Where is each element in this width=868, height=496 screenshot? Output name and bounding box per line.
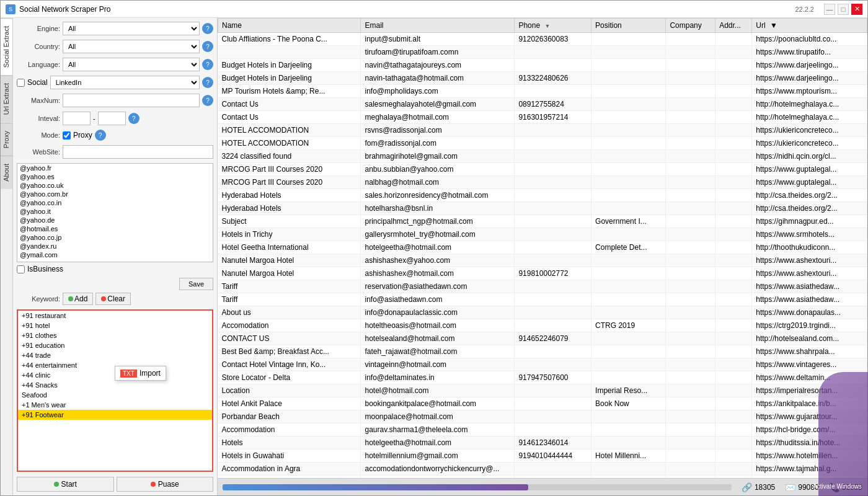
table-container[interactable]: Name Email Phone ▼ Position Company Addr… (218, 18, 867, 478)
social-help-button[interactable]: ? (202, 77, 213, 88)
table-row[interactable]: Accomodationhoteltheoasis@hotmail.comCTR… (218, 319, 867, 332)
table-row[interactable]: tirufoam@tirupatifoam.comnhttps://www.ti… (218, 46, 867, 59)
start-button[interactable]: Start (17, 477, 114, 492)
maxnum-help-button[interactable]: ? (202, 95, 213, 106)
keyword-item[interactable]: +44 Snacks (18, 380, 212, 390)
engine-help-button[interactable]: ? (202, 23, 213, 34)
email-domain-item[interactable]: @yahoo.co.jp (17, 233, 213, 242)
country-help-button[interactable]: ? (202, 41, 213, 52)
table-row[interactable]: HOTEL ACCOMODATIONfom@radissonjal.comhtt… (218, 137, 867, 150)
is-business-checkbox[interactable] (17, 265, 25, 273)
keyword-item[interactable]: +91 restaurant (18, 311, 212, 321)
website-input[interactable] (63, 145, 213, 159)
cell-company (666, 410, 715, 423)
table-row[interactable]: 3224 classified foundbrahmagirihotel@gma… (218, 150, 867, 163)
col-company[interactable]: Company (666, 19, 715, 33)
email-domain-item[interactable]: @yahoo.com.br (17, 190, 213, 198)
minimize-button[interactable]: — (824, 4, 835, 15)
interval-to-input[interactable]: 20 (98, 112, 126, 125)
email-domain-item[interactable]: @ymail.com (17, 250, 213, 259)
col-phone[interactable]: Phone ▼ (515, 19, 591, 33)
maxnum-input[interactable]: 500000 (63, 94, 200, 107)
email-domain-item[interactable]: @yahoo.co.uk (17, 181, 213, 190)
language-help-button[interactable]: ? (202, 59, 213, 70)
keyword-item[interactable]: Seafood (18, 390, 212, 400)
table-row[interactable]: Contact Usmeghalaya@hotmail.com916301957… (218, 111, 867, 124)
close-button[interactable]: ✕ (851, 4, 862, 15)
email-domain-item[interactable]: @yahoo.co.in (17, 198, 213, 207)
tab-about[interactable]: About (1, 156, 12, 189)
keyword-item[interactable]: +91 hotel (18, 321, 212, 330)
social-platform-select[interactable]: LinkedIn (50, 76, 200, 89)
table-row[interactable]: Contact Ussalesmeghalayahotel@gmail.com0… (218, 98, 867, 111)
interval-help-button[interactable]: ? (128, 113, 140, 124)
cell-company (666, 267, 715, 280)
keyword-item[interactable]: +44 trade (18, 350, 212, 360)
table-row[interactable]: Budget Hotels in Darjeelingnavin@tathaga… (218, 59, 867, 72)
proxy-checkbox[interactable] (63, 131, 71, 140)
table-row[interactable]: Hotelshotelgeetha@hotmail.com91461234601… (218, 436, 867, 450)
cell-name: HOTEL ACCOMODATION (218, 137, 361, 150)
col-name[interactable]: Name (218, 19, 361, 33)
email-domain-item[interactable]: @hotmail.es (17, 224, 213, 233)
table-row[interactable]: HOTEL ACCOMODATIONrsvns@radissonjal.comh… (218, 124, 867, 137)
table-row[interactable]: Porbandar Beachmoonpalace@hotmail.comhtt… (218, 410, 867, 423)
email-domain-list[interactable]: @yahoo.fr@yahoo.es@yahoo.co.uk@yahoo.com… (17, 163, 213, 262)
maximize-button[interactable]: □ (838, 4, 849, 15)
cell-url: https://www.guptalegal... (752, 176, 867, 189)
col-email[interactable]: Email (361, 19, 515, 33)
add-keyword-button[interactable]: Add (63, 293, 93, 305)
table-row[interactable]: Tariffinfo@asiathedawn.comhttps://www.as… (218, 293, 867, 306)
tab-url-extract[interactable]: Url Extract (1, 75, 12, 122)
clear-keyword-button[interactable]: Clear (95, 293, 131, 305)
keyword-list[interactable]: +91 restaurant+91 hotel+91 clothes+91 ed… (17, 309, 213, 472)
email-domain-item[interactable]: @yahoo.fr (17, 164, 213, 172)
table-row[interactable]: Hotel Geetha Internationalhotelgeetha@ho… (218, 241, 867, 254)
table-row[interactable]: Budget Hotels in Darjeelingnavin-tathaga… (218, 72, 867, 85)
tab-proxy[interactable]: Proxy (1, 123, 12, 156)
table-row[interactable]: MRCOG Part III Courses 2020anbu.subbian@… (218, 163, 867, 176)
pause-button[interactable]: Puase (117, 477, 214, 492)
table-row[interactable]: Hotel Ankit Palacebookingankitpalace@hot… (218, 397, 867, 410)
email-domain-item[interactable]: @yandex.ru (17, 242, 213, 250)
table-row[interactable]: Hotels in Trichygallerysrmhotel_try@hotm… (218, 228, 867, 241)
language-select[interactable]: All (63, 58, 200, 71)
table-row[interactable]: Accommodationgaurav.sharma1@theleela.com… (218, 423, 867, 436)
country-select[interactable]: All (63, 40, 200, 53)
keyword-item[interactable]: +91 education (18, 340, 212, 350)
col-addr[interactable]: Addr... (715, 19, 752, 33)
table-row[interactable]: Locationhotel@hotmail.comImperial Reso..… (218, 384, 867, 397)
col-position[interactable]: Position (591, 19, 666, 33)
table-row[interactable]: MP Tourism Hotels &amp; Re...info@mpholi… (218, 85, 867, 98)
table-row[interactable]: MRCOG Part III Courses 2020nalbhag@hotma… (218, 176, 867, 189)
table-row[interactable]: Accommodation in Agraaccomodationdontwor… (218, 463, 867, 476)
col-url[interactable]: Url ▼ (752, 19, 867, 33)
cell-url: https://gihmnagpur.ed... (752, 215, 867, 228)
table-row[interactable]: Club Affliations - The Poona C...input@s… (218, 33, 867, 46)
email-domain-item[interactable]: @yahoo.es (17, 172, 213, 181)
interval-from-input[interactable]: 10 (63, 112, 91, 125)
table-row[interactable]: Tariffreservation@asiathedawn.comhttps:/… (218, 280, 867, 293)
table-row[interactable]: Hotels in Guwahatihotelmillennium@gmail.… (218, 450, 867, 463)
table-row[interactable]: Nanutel Margoa Hotelashishashex@yahoo.co… (218, 254, 867, 267)
keyword-item[interactable]: +91 Footwear (18, 410, 212, 420)
table-row[interactable]: Subjectprincipalhmct_ngp@hotmail.comGove… (218, 215, 867, 228)
table-row[interactable]: Best Bed &amp; Breakfast Acc...fateh_raj… (218, 345, 867, 358)
table-row[interactable]: Hyderabad Hotelshotelharsha@bsnl.inhttp:… (218, 202, 867, 215)
keyword-item[interactable]: +91 clothes (18, 330, 212, 340)
mode-help-button[interactable]: ? (95, 130, 106, 141)
keyword-item[interactable]: +1 Men's wear (18, 400, 212, 410)
table-row[interactable]: Contact Hotel Vintage Inn, Ko...vintagei… (218, 358, 867, 371)
table-row[interactable]: CONTACT UShotelsealand@hotmail.com914652… (218, 332, 867, 345)
save-button[interactable]: Save (179, 278, 213, 290)
table-row[interactable]: Store Locator - Deltainfo@deltaminates.i… (218, 371, 867, 384)
table-row[interactable]: About usinfo@donapaulaclassic.comhttps:/… (218, 306, 867, 319)
email-domain-item[interactable]: @yahoo.it (17, 207, 213, 216)
social-checkbox[interactable] (17, 79, 25, 87)
table-row[interactable]: Nanutel Margoa Hotelashishashex@hotmail.… (218, 267, 867, 280)
import-label[interactable]: Import (140, 369, 161, 378)
table-row[interactable]: Hyderabad Hotelssales.horizonresidency@h… (218, 189, 867, 202)
tab-social-extract[interactable]: Social Extract (1, 18, 12, 75)
email-domain-item[interactable]: @yahoo.de (17, 216, 213, 224)
engine-select[interactable]: All (63, 22, 200, 35)
